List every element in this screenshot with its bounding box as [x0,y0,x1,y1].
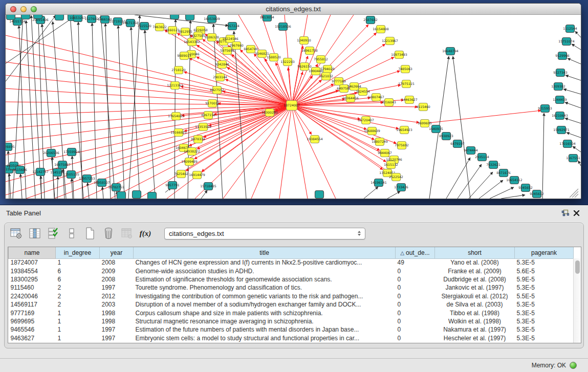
show-columns-icon[interactable] [28,227,41,240]
graph-node-label: 1209382 [551,84,565,88]
table-cell: Stergiakouli et al. (2012) [435,292,515,300]
graph-node[interactable] [148,192,157,199]
table-row[interactable]: 911546021997Tourette syndrome. Phenomeno… [9,283,574,292]
citation-edge[interactable] [567,133,581,138]
delete-table-icon[interactable] [102,227,115,240]
table-row[interactable]: 1830029562008Estimation of significance … [9,275,574,283]
table-row[interactable]: 1456911722003Disruption of a novel membe… [9,300,574,309]
citation-edge-selected[interactable] [425,111,541,123]
table-row[interactable]: 977716911998Corpus callosum shape and si… [9,309,574,317]
table-panel-title: Table Panel [6,209,41,217]
column-header-name[interactable]: name [9,247,56,258]
table-cell: 5.3E-5 [515,300,574,309]
citation-edge[interactable] [573,146,581,152]
select-columns-icon[interactable] [47,227,60,240]
citation-edge[interactable] [565,75,581,80]
citation-edge[interactable] [453,56,470,199]
citation-edge-selected[interactable] [292,105,418,107]
table-row[interactable]: 946554611997Estimation of the future num… [9,325,574,334]
citation-edge[interactable] [575,31,581,37]
graph-node[interactable] [21,15,30,19]
table-selector-dropdown[interactable]: citations_edges.txt [164,228,365,239]
citation-edge[interactable] [9,173,11,199]
graph-node[interactable] [34,15,42,19]
window-resize-grip[interactable] [570,189,578,198]
citation-edge-selected[interactable] [292,105,367,129]
graph-node[interactable] [133,191,141,199]
graph-node-label: 9245652 [518,186,533,189]
citation-edge[interactable] [92,23,97,199]
citation-edge[interactable] [578,161,581,166]
citation-edge[interactable] [501,195,525,199]
citation-edge-selected[interactable] [225,79,292,105]
graph-node[interactable] [315,191,324,199]
table-row[interactable]: 946362711997Embryonic stem cells: a mode… [9,334,574,342]
graph-node-label: 9242848 [215,62,229,66]
citation-edge[interactable] [565,118,581,123]
network-window-titlebar[interactable]: citations_edges.txt [6,4,581,15]
network-window[interactable]: citations_edges.txt 14055724208914061065… [5,3,581,199]
citation-edge[interactable] [6,15,56,81]
float-panel-icon[interactable] [559,208,571,218]
citation-edge[interactable] [387,191,400,199]
graph-node-label: 9474444 [464,148,478,152]
citation-edge-selected[interactable] [181,86,292,105]
column-header-short[interactable]: short [435,247,515,258]
citation-edge-selected[interactable] [292,105,399,129]
citation-edge-selected[interactable] [292,105,419,123]
graph-node-label: 19384554 [307,137,323,141]
citation-edge[interactable] [131,27,140,199]
table-cell: 5.5E-5 [515,292,574,300]
table-row[interactable]: 2242004622012Investigating the contribut… [9,292,574,300]
citation-edge[interactable] [542,113,544,199]
column-header-in_degree[interactable]: in_degree [56,247,100,258]
graph-node[interactable] [55,15,64,20]
table-scrollbar[interactable] [573,258,581,343]
column-header-pagerank[interactable]: pagerank [515,247,574,258]
graph-node[interactable] [170,15,179,19]
graph-node[interactable] [7,15,15,20]
citation-edge-selected[interactable] [189,58,292,105]
new-table-icon[interactable] [83,227,97,240]
citation-edge[interactable] [145,30,155,199]
table-row[interactable]: 969969511998Structural magnetic resonanc… [9,317,574,325]
graph-node-label: 1244419 [553,98,567,101]
table-row[interactable]: 1872400712008Changes of HCN gene express… [9,258,574,267]
table-cell: 5.6E-5 [515,267,574,275]
citation-edge[interactable] [101,15,115,199]
citation-edge[interactable] [292,105,336,199]
citation-edge[interactable] [364,187,378,199]
citation-edge[interactable] [563,89,581,94]
citation-edge[interactable] [128,15,140,199]
table-cell: 18724007 [9,258,56,267]
column-header-title[interactable]: title [134,247,396,258]
network-canvas[interactable]: 1405572420891406106532671527602646616010… [6,15,581,199]
citation-edge[interactable] [565,102,581,108]
graph-node-label: 16975887 [54,163,71,166]
citation-edge[interactable] [446,158,470,199]
column-header-out_de[interactable]: △out_de... [396,247,435,258]
citation-edge[interactable] [72,179,73,199]
citation-edge[interactable] [490,187,514,199]
citation-edge[interactable] [105,24,111,199]
citation-edge[interactable] [469,172,493,199]
graph-node[interactable] [117,192,126,199]
graph-node[interactable] [186,15,194,20]
graph-node-label: 6479197 [450,142,465,145]
citation-edge[interactable] [102,187,103,199]
close-panel-icon[interactable] [571,208,582,218]
column-header-year[interactable]: year [100,247,134,258]
citation-edge[interactable] [57,177,58,199]
dropdown-stepper-icon [358,231,361,236]
table-scrollbar-thumb[interactable] [575,260,580,274]
function-builder-icon[interactable]: f(x) [139,227,152,240]
citation-edge[interactable] [6,102,292,105]
citation-edge[interactable] [568,58,581,64]
citation-edge[interactable] [572,44,581,50]
citation-edge[interactable] [292,105,308,199]
table-settings-icon[interactable] [10,227,23,240]
citation-edge[interactable] [118,26,124,199]
citation-network-graph[interactable]: 1405572420891406106532671527602646616010… [6,15,581,199]
row-height-icon[interactable] [65,227,78,240]
table-row[interactable]: 1938455462009Genome-wide association stu… [9,267,574,275]
